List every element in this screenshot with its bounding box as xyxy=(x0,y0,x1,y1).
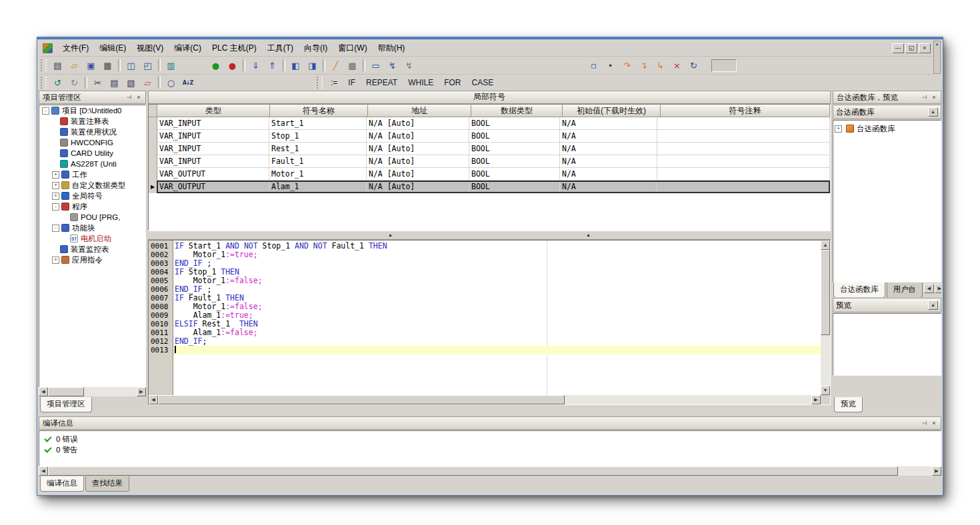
table-row[interactable]: VAR_INPUTStart_1N/A [Auto]BOOLN/A xyxy=(149,117,830,130)
menu-view[interactable]: 视图(V) xyxy=(131,40,169,57)
scroll-down-button[interactable]: ▼ xyxy=(821,386,830,395)
clear-breakpoint-button[interactable]: × xyxy=(669,58,685,73)
tree-item-programs[interactable]: -程序 xyxy=(39,201,145,212)
table-row[interactable]: VAR_OUTPUTMotor_1N/A [Auto]BOOLN/A xyxy=(149,168,830,181)
table-cell[interactable]: VAR_INPUT xyxy=(157,155,269,168)
table-cell[interactable]: BOOL xyxy=(469,168,560,181)
code-line[interactable]: Motor_1:=false; xyxy=(173,276,821,285)
step-into-button[interactable]: ↴ xyxy=(636,58,651,73)
tree-expand-plus[interactable]: + xyxy=(52,171,59,179)
cut-button[interactable]: ✂ xyxy=(90,75,105,90)
save-button[interactable]: ▣ xyxy=(83,58,99,73)
download-to-plc-button[interactable]: ⇓ xyxy=(248,58,263,73)
toolbar-drag-handle[interactable] xyxy=(41,77,47,89)
code-line[interactable]: Alam_1:=true; xyxy=(173,311,821,320)
table-row[interactable]: ▶VAR_OUTPUTAlam_1N/A [Auto]BOOLN/A xyxy=(149,181,830,193)
table-cell[interactable]: VAR_OUTPUT xyxy=(157,181,269,193)
scrollbar-thumb[interactable] xyxy=(821,250,830,335)
hardware-config-button[interactable]: ▩ xyxy=(345,58,360,73)
code-line[interactable]: Motor_1:=true; xyxy=(173,251,821,259)
table-cell[interactable] xyxy=(657,155,830,168)
table-row[interactable]: VAR_INPUTStop_1N/A [Auto]BOOLN/A xyxy=(149,130,830,143)
code-line[interactable]: Alam_1:=false; xyxy=(173,328,821,337)
reset-plc-button[interactable]: ↻ xyxy=(686,58,701,73)
breakpoint-button[interactable]: • xyxy=(603,58,618,73)
scroll-left-button[interactable]: ◀ xyxy=(149,395,158,404)
menu-plc[interactable]: PLC 主机(P) xyxy=(207,40,262,57)
tab-project-management[interactable]: 项目管理区 xyxy=(40,397,92,412)
run-plc-button[interactable]: ● xyxy=(208,58,223,73)
tree-item-project[interactable]: -项目 [D:\Untitled0 xyxy=(39,105,145,116)
table-cell[interactable]: N/A xyxy=(560,143,657,155)
tree-item-plc[interactable]: AS228T (Unti xyxy=(39,159,145,169)
table-cell[interactable]: N/A xyxy=(560,117,657,130)
tab-compile-messages[interactable]: 编译信息 xyxy=(40,476,84,492)
tree-item-function-blocks[interactable]: -功能块 xyxy=(39,223,145,233)
edit-mode-button[interactable]: ◧ xyxy=(288,58,303,73)
scrollbar-thumb[interactable] xyxy=(48,466,898,476)
tree-item-device-usage[interactable]: 装置使用状况 xyxy=(39,127,145,137)
code-line[interactable]: Motor_1:=false; xyxy=(173,302,821,311)
pin-icon[interactable]: ⊤ xyxy=(124,93,133,102)
menu-help[interactable]: 帮助(H) xyxy=(373,40,411,57)
st-code-editor[interactable]: 0001000200030004000500060007000800090010… xyxy=(148,240,831,405)
scrollbar-thumb[interactable] xyxy=(48,387,84,396)
upload-from-plc-button[interactable]: ⇑ xyxy=(265,58,280,73)
table-cell[interactable]: N/A xyxy=(560,155,657,168)
table-cell[interactable]: N/A xyxy=(560,130,657,143)
column-header[interactable]: 初始值(下载时生效) xyxy=(563,105,661,117)
step-over-button[interactable]: ↷ xyxy=(619,58,635,73)
table-cell[interactable] xyxy=(657,130,830,143)
table-cell[interactable]: Start_1 xyxy=(269,117,367,130)
tab-scroll-right-button[interactable]: ▶ xyxy=(935,284,941,293)
st-repeat-button[interactable]: REPEAT xyxy=(361,76,403,89)
device-view-button[interactable]: ▭ xyxy=(368,58,383,73)
simulator-button[interactable]: ╱ xyxy=(328,58,343,73)
tree-expand-minus[interactable]: - xyxy=(52,225,59,232)
column-header[interactable]: 符号注释 xyxy=(661,105,830,117)
st-if-button[interactable]: IF xyxy=(343,76,361,89)
table-cell[interactable]: Stop_1 xyxy=(269,130,367,143)
tab-scroll-left-button[interactable]: ◀ xyxy=(924,284,934,293)
copy-button[interactable]: ▤ xyxy=(107,75,122,90)
navigate-forward-button[interactable]: ↻ xyxy=(67,75,82,90)
table-cell[interactable]: N/A [Auto] xyxy=(367,130,469,143)
tree-item-device-comment-table[interactable]: 装置注释表 xyxy=(39,116,145,127)
tree-item-hwconfig[interactable]: HWCONFIG xyxy=(39,137,145,148)
cascade-windows-button[interactable]: ◰ xyxy=(140,58,155,73)
st-while-button[interactable]: WHILE xyxy=(403,76,439,89)
code-line[interactable]: ELSIF Rest_1 THEN xyxy=(173,320,821,328)
tree-expand-plus[interactable]: + xyxy=(52,257,59,264)
tab-find-results[interactable]: 查找结果 xyxy=(85,476,129,492)
table-cell[interactable]: N/A [Auto] xyxy=(367,143,469,155)
table-cell[interactable]: BOOL xyxy=(469,155,560,168)
tab-preview[interactable]: 预览 xyxy=(834,397,863,412)
menu-wizard[interactable]: 向导(I) xyxy=(299,40,333,57)
toolbar-drag-handle[interactable] xyxy=(41,59,47,71)
code-line[interactable]: IF Fault_1 THEN xyxy=(173,294,821,302)
stop-plc-button[interactable]: ● xyxy=(225,58,240,73)
table-cell[interactable]: N/A xyxy=(560,181,657,193)
menu-file[interactable]: 文件(F) xyxy=(57,40,94,57)
scroll-right-button[interactable]: ▶ xyxy=(811,395,821,404)
tile-windows-button[interactable]: ◫ xyxy=(123,58,139,73)
tree-item-tasks[interactable]: +工作 xyxy=(39,169,145,180)
find-replace-button[interactable]: A↓Z xyxy=(180,75,195,90)
table-cell[interactable] xyxy=(657,181,830,193)
open-project-button[interactable]: ▱ xyxy=(67,58,82,73)
menu-edit[interactable]: 编辑(E) xyxy=(94,40,131,57)
close-panel-icon[interactable]: × xyxy=(929,93,939,102)
collapse-up-icon[interactable]: ▲ xyxy=(586,233,591,238)
tab-delta-library[interactable]: 台达函数库 xyxy=(833,282,885,297)
table-row[interactable]: VAR_INPUTFault_1N/A [Auto]BOOLN/A xyxy=(149,155,830,168)
tree-expand-plus[interactable]: + xyxy=(52,182,59,189)
table-cell[interactable]: N/A [Auto] xyxy=(367,181,469,193)
code-line[interactable]: IF Start_1 AND NOT Stop_1 AND NOT Fault_… xyxy=(173,242,821,251)
tree-item-device-monitor-table[interactable]: 装置监控表 xyxy=(39,244,145,255)
st-case-button[interactable]: CASE xyxy=(467,76,499,89)
close-button[interactable]: × xyxy=(919,43,931,53)
column-header[interactable]: 符号名称 xyxy=(270,105,368,117)
table-cell[interactable]: BOOL xyxy=(469,143,560,155)
column-header[interactable]: 类型 xyxy=(157,105,270,117)
table-cell[interactable]: VAR_INPUT xyxy=(157,117,269,130)
